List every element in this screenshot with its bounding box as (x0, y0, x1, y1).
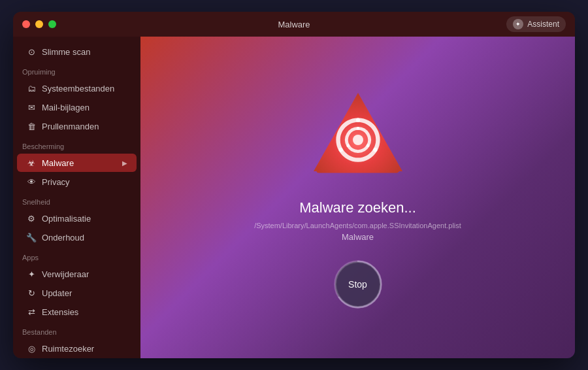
ruimtezoeker-label: Ruimtezoeker (42, 344, 127, 354)
extensies-label: Extensies (42, 307, 127, 317)
updater-label: Updater (42, 288, 127, 298)
malware-label: Malware (42, 158, 117, 168)
scan-title: Malware zoeken... (299, 199, 416, 216)
sidebar-item-ruimtezoeker[interactable]: ◎ Ruimtezoeker (17, 339, 137, 358)
sidebar-item-prullenmanden[interactable]: 🗑 Prullenmanden (17, 117, 137, 135)
biohazard-icon (306, 90, 410, 184)
minimize-button[interactable] (35, 20, 43, 28)
verwijderaar-icon: ✦ (26, 269, 37, 279)
verwijderaar-label: Verwijderaar (42, 269, 127, 279)
sidebar-item-updater[interactable]: ↻ Updater (17, 284, 137, 302)
scan-category: Malware (342, 232, 374, 242)
sidebar-item-extensies[interactable]: ⇄ Extensies (17, 303, 137, 321)
sidebar-item-onderhoud[interactable]: 🔧 Onderhoud (17, 228, 137, 246)
window-title: Malware (278, 20, 310, 29)
mail-bijlagen-icon: ✉ (26, 102, 37, 112)
sidebar-item-mail-bijlagen[interactable]: ✉ Mail-bijlagen (17, 98, 137, 116)
biohazard-container (306, 88, 410, 186)
sidebar-item-malware[interactable]: ☣ Malware ▶ (17, 154, 137, 172)
section-label-bestanden: Bestanden (13, 322, 140, 339)
titlebar: Malware ✦ Assistent (13, 12, 575, 37)
systeembestanden-label: Systeembestanden (42, 84, 127, 93)
scan-path: /System/Library/LaunchAgents/com.apple.S… (254, 222, 461, 229)
slimme-scan-label: Slimme scan (42, 47, 127, 57)
window-controls (22, 20, 56, 28)
optimalisatie-icon: ⚙ (26, 213, 37, 224)
close-button[interactable] (22, 20, 30, 28)
main-window: Malware ✦ Assistent ⊙ Slimme scan Opruim… (13, 12, 575, 358)
assistant-button[interactable]: ✦ Assistent (506, 16, 566, 32)
updater-icon: ↻ (26, 288, 37, 298)
onderhoud-icon: 🔧 (26, 232, 37, 243)
sidebar-item-verwijderaar[interactable]: ✦ Verwijderaar (17, 265, 137, 283)
ruimtezoeker-icon: ◎ (26, 343, 37, 354)
main-content: Malware zoeken... /System/Library/Launch… (140, 37, 575, 358)
privacy-label: Privacy (42, 177, 127, 187)
onderhoud-label: Onderhoud (42, 233, 127, 243)
section-label-snelheid: Snelheid (13, 192, 140, 209)
sidebar-item-optimalisatie[interactable]: ⚙ Optimalisatie (17, 209, 137, 227)
systeembestanden-icon: 🗂 (26, 83, 37, 93)
slimme-scan-icon: ⊙ (26, 46, 37, 57)
section-label-apps: Apps (13, 247, 140, 264)
sidebar-item-privacy[interactable]: 👁 Privacy (17, 173, 137, 191)
content-area: ⊙ Slimme scan Opruiming 🗂 Systeembestand… (13, 37, 575, 358)
section-label-bescherming: Bescherming (13, 136, 140, 153)
prullenmanden-icon: 🗑 (26, 121, 37, 131)
extensies-icon: ⇄ (26, 307, 37, 317)
prullenmanden-label: Prullenmanden (42, 122, 127, 131)
assistant-label: Assistent (527, 20, 559, 29)
privacy-icon: 👁 (26, 177, 37, 187)
svg-point-1 (353, 135, 363, 145)
progress-ring (333, 259, 384, 310)
mail-bijlagen-label: Mail-bijlagen (42, 103, 127, 112)
assistant-icon: ✦ (513, 19, 523, 29)
section-label-opruiming: Opruiming (13, 61, 140, 78)
stop-button[interactable]: Stop (335, 261, 381, 307)
sidebar-item-systeembestanden[interactable]: 🗂 Systeembestanden (17, 79, 137, 97)
maximize-button[interactable] (48, 20, 56, 28)
sidebar: ⊙ Slimme scan Opruiming 🗂 Systeembestand… (13, 37, 140, 358)
malware-icon: ☣ (26, 158, 37, 168)
malware-arrow: ▶ (122, 160, 127, 167)
sidebar-item-slimme-scan[interactable]: ⊙ Slimme scan (17, 42, 137, 61)
optimalisatie-label: Optimalisatie (42, 214, 127, 224)
